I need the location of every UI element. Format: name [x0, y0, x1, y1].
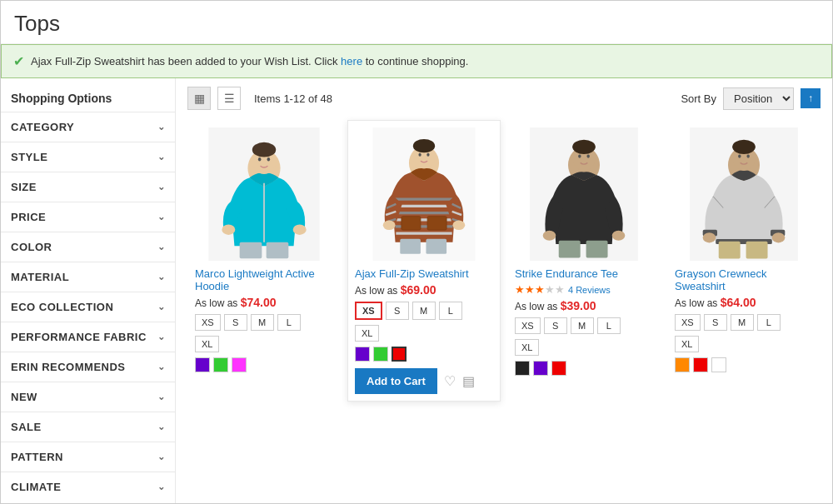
- size-s-ajax[interactable]: S: [386, 302, 409, 320]
- color-swatches-ajax: [355, 347, 493, 362]
- filter-performance[interactable]: PERFORMANCE FABRIC ⌄: [1, 322, 175, 352]
- filter-climate-header[interactable]: CLIMATE ⌄: [1, 472, 175, 502]
- filter-price[interactable]: PRICE ⌄: [1, 202, 175, 232]
- stars-strike: ★★★★★: [515, 283, 565, 296]
- filter-material-header[interactable]: MATERIAL ⌄: [1, 262, 175, 292]
- product-card-marco: Marco Lightweight Active Hoodie As low a…: [187, 120, 341, 402]
- product-image-ajax: [355, 127, 493, 261]
- product-name-strike[interactable]: Strike Endurance Tee: [515, 267, 653, 280]
- color-white-grayson[interactable]: [711, 357, 726, 372]
- size-l-strike[interactable]: L: [597, 317, 621, 334]
- filter-sale-header[interactable]: SALE ⌄: [1, 412, 175, 442]
- size-xs-grayson[interactable]: XS: [675, 314, 701, 331]
- size-xl-marco[interactable]: XL: [195, 336, 219, 352]
- filter-size-header[interactable]: SIZE ⌄: [1, 172, 175, 202]
- size-options-strike: XS S M L: [515, 317, 653, 334]
- color-black-strike[interactable]: [515, 361, 530, 376]
- chevron-down-icon: ⌄: [157, 272, 166, 282]
- filter-category-header[interactable]: CATEGORY ⌄: [1, 112, 175, 142]
- wishlist-icon[interactable]: ♡: [444, 373, 456, 389]
- filter-eco[interactable]: ECO COLLECTION ⌄: [1, 292, 175, 322]
- list-view-button[interactable]: ☰: [217, 87, 241, 110]
- svg-rect-5: [240, 242, 262, 259]
- color-red-ajax[interactable]: [392, 347, 407, 362]
- chevron-down-icon: ⌄: [157, 452, 166, 462]
- size-xs-strike[interactable]: XS: [515, 317, 541, 334]
- filter-material[interactable]: MATERIAL ⌄: [1, 262, 175, 292]
- sort-direction-button[interactable]: ↑: [801, 88, 821, 108]
- chevron-down-icon: ⌄: [157, 152, 166, 162]
- color-red-grayson[interactable]: [693, 357, 708, 372]
- filter-pattern-header[interactable]: PATTERN ⌄: [1, 442, 175, 472]
- product-card-grayson: Grayson Crewneck Sweatshirt As low as $6…: [667, 120, 821, 402]
- filter-sale[interactable]: SALE ⌄: [1, 412, 175, 442]
- product-name-ajax[interactable]: Ajax Full-Zip Sweatshirt: [355, 267, 493, 280]
- compare-icon[interactable]: ▤: [462, 373, 475, 389]
- filter-pattern[interactable]: PATTERN ⌄: [1, 442, 175, 472]
- color-purple-ajax[interactable]: [355, 347, 370, 362]
- product-name-grayson[interactable]: Grayson Crewneck Sweatshirt: [675, 267, 813, 292]
- filter-size[interactable]: SIZE ⌄: [1, 172, 175, 202]
- svg-point-38: [703, 232, 716, 242]
- color-magenta-marco[interactable]: [232, 357, 247, 372]
- size-xs-marco[interactable]: XS: [195, 314, 221, 331]
- toolbar-right: Sort By Position Name Price ↑: [681, 87, 821, 110]
- chevron-down-icon: ⌄: [157, 332, 166, 342]
- size-options-marco: XS S M L: [195, 314, 333, 331]
- filter-new[interactable]: NEW ⌄: [1, 382, 175, 412]
- size-m-strike[interactable]: M: [571, 317, 594, 334]
- filter-color[interactable]: COLOR ⌄: [1, 232, 175, 262]
- size-m-grayson[interactable]: M: [731, 314, 754, 331]
- svg-point-25: [543, 231, 556, 241]
- size-xs-ajax[interactable]: XS: [355, 302, 382, 320]
- svg-rect-13: [402, 217, 421, 230]
- filter-climate[interactable]: CLIMATE ⌄: [1, 472, 175, 502]
- grid-view-button[interactable]: ▦: [187, 87, 211, 110]
- svg-point-31: [586, 154, 589, 157]
- reviews-link-strike[interactable]: 4 Reviews: [568, 285, 611, 295]
- filter-price-header[interactable]: PRICE ⌄: [1, 202, 175, 232]
- size-s-strike[interactable]: S: [544, 317, 567, 334]
- filter-new-header[interactable]: NEW ⌄: [1, 382, 175, 412]
- size-m-marco[interactable]: M: [251, 314, 274, 331]
- svg-rect-18: [426, 239, 446, 254]
- chevron-down-icon: ⌄: [157, 302, 166, 312]
- color-green-marco[interactable]: [213, 357, 228, 372]
- size-l-grayson[interactable]: L: [757, 314, 781, 331]
- svg-point-39: [772, 232, 786, 242]
- page-title: Tops: [14, 11, 819, 37]
- filter-color-header[interactable]: COLOR ⌄: [1, 232, 175, 262]
- size-xl-grayson[interactable]: XL: [675, 336, 699, 352]
- color-orange-grayson[interactable]: [675, 357, 690, 372]
- filter-eco-header[interactable]: ECO COLLECTION ⌄: [1, 292, 175, 322]
- size-xl-ajax[interactable]: XL: [355, 325, 379, 342]
- product-price-ajax: As low as $69.00: [355, 283, 493, 297]
- sort-label: Sort By: [681, 92, 716, 105]
- size-xl-strike[interactable]: XL: [515, 339, 539, 356]
- filter-category[interactable]: CATEGORY ⌄: [1, 112, 175, 142]
- svg-point-8: [258, 157, 262, 161]
- size-l-marco[interactable]: L: [277, 314, 301, 331]
- add-to-cart-button[interactable]: Add to Cart: [355, 368, 437, 394]
- svg-rect-41: [746, 242, 768, 259]
- size-s-grayson[interactable]: S: [704, 314, 727, 331]
- sort-select[interactable]: Position Name Price: [723, 87, 794, 110]
- color-red-strike[interactable]: [551, 361, 566, 376]
- svg-rect-27: [559, 241, 581, 258]
- notification-link[interactable]: here: [341, 55, 362, 67]
- color-purple-marco[interactable]: [195, 357, 210, 372]
- sidebar: Shopping Options CATEGORY ⌄ STYLE ⌄ SIZE…: [1, 78, 176, 503]
- size-s-marco[interactable]: S: [224, 314, 247, 331]
- filter-style[interactable]: STYLE ⌄: [1, 142, 175, 172]
- color-green-ajax[interactable]: [373, 347, 388, 362]
- product-image-strike: [515, 127, 653, 261]
- size-l-ajax[interactable]: L: [439, 302, 462, 320]
- size-m-ajax[interactable]: M: [412, 302, 436, 320]
- product-name-marco[interactable]: Marco Lightweight Active Hoodie: [195, 267, 333, 292]
- filter-style-header[interactable]: STYLE ⌄: [1, 142, 175, 172]
- color-purple-strike[interactable]: [533, 361, 548, 376]
- filter-erin[interactable]: ERIN RECOMMENDS ⌄: [1, 352, 175, 382]
- svg-rect-6: [267, 242, 289, 259]
- filter-performance-header[interactable]: PERFORMANCE FABRIC ⌄: [1, 322, 175, 352]
- filter-erin-header[interactable]: ERIN RECOMMENDS ⌄: [1, 352, 175, 382]
